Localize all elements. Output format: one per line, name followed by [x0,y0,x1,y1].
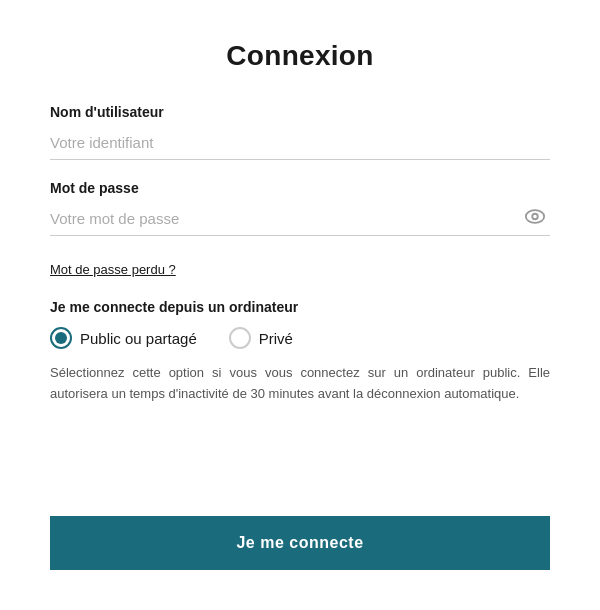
username-label: Nom d'utilisateur [50,104,550,120]
password-input-wrapper [50,202,550,236]
forgot-password-link[interactable]: Mot de passe perdu ? [50,262,550,277]
svg-point-1 [532,213,538,219]
submit-button[interactable]: Je me connecte [50,516,550,570]
login-container: Connexion Nom d'utilisateur Mot de passe… [0,0,600,610]
username-group: Nom d'utilisateur [50,104,550,160]
computer-section-label: Je me connecte depuis un ordinateur [50,299,550,315]
radio-label-prive: Privé [259,330,293,347]
toggle-password-icon[interactable] [524,207,546,230]
password-input[interactable] [50,202,550,235]
radio-option-public[interactable]: Public ou partagé [50,327,197,349]
username-input[interactable] [50,126,550,159]
radio-options: Public ou partagé Privé [50,327,550,349]
password-label: Mot de passe [50,180,550,196]
radio-circle-public [50,327,72,349]
computer-section-description: Sélectionnez cette option si vous vous c… [50,363,550,405]
computer-section: Je me connecte depuis un ordinateur Publ… [50,299,550,433]
radio-label-public: Public ou partagé [80,330,197,347]
radio-option-prive[interactable]: Privé [229,327,293,349]
username-input-wrapper [50,126,550,160]
page-title: Connexion [50,40,550,72]
password-group: Mot de passe [50,180,550,236]
svg-point-0 [526,210,544,223]
radio-circle-prive [229,327,251,349]
